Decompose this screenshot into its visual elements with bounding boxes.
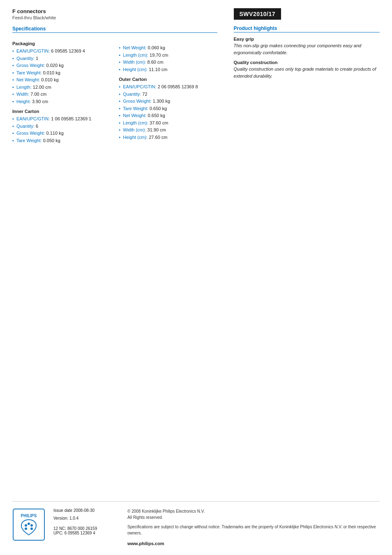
highlight-item: Easy grip This non-slip grip makes conne… [234, 37, 380, 56]
svg-point-3 [28, 523, 30, 525]
inner-carton-list: EAN/UPC/GTIN: 1 06 09585 12369 1Quantity… [12, 115, 111, 144]
list-item: Net Weight: 0.010 kg [12, 76, 111, 83]
footer: PHILIPS Issue date 2008-08-30 Version: 1… [12, 501, 380, 547]
list-item: Height (cm): 11.10 cm [119, 66, 217, 73]
copyright: © 2008 Koninklijke Philips Electronics N… [127, 509, 205, 514]
list-item: Quantity: 6 [12, 123, 111, 130]
highlight-title: Quality construction [234, 60, 380, 65]
highlight-text: Quality construction uses only top grade… [234, 66, 380, 79]
svg-text:PHILIPS: PHILIPS [21, 514, 37, 518]
list-item: Width (cm): 8.60 cm [119, 59, 217, 66]
list-item: EAN/UPC/GTIN: 1 06 09585 12369 1 [12, 115, 111, 122]
list-item: Tare Weight: 0.650 kg [119, 105, 217, 112]
svg-point-6 [30, 527, 33, 530]
svg-point-5 [25, 527, 27, 530]
list-item: Gross Weight: 0.020 kg [12, 62, 111, 69]
website: www.philips.com [127, 540, 380, 547]
list-item: Quantity: 72 [119, 91, 217, 98]
list-item: Length (cm): 19.70 cm [119, 52, 217, 59]
highlight-item: Quality construction Quality constructio… [234, 60, 380, 79]
list-item: Net Weight: 0.650 kg [119, 112, 217, 119]
rights: All Rights reserved. [127, 515, 163, 520]
philips-logo: PHILIPS [12, 508, 45, 542]
highlight-text: This non-slip grip makes connecting your… [234, 42, 380, 56]
version: Version: 1.0.4 [53, 516, 119, 520]
upc-code: UPC: 6 09585 12369 4 [53, 531, 119, 535]
specifications-heading: Specifications [12, 26, 217, 33]
list-item: Length (cm): 37.60 cm [119, 120, 217, 127]
packaging-list: EAN/UPC/GTIN: 6 09585 12369 4Quantity: 1… [12, 48, 111, 105]
outer-carton-heading: Outer Carton [119, 77, 217, 82]
list-item: Quantity: 1 [12, 55, 111, 62]
list-item: Width (cm): 31.90 cm [119, 127, 217, 134]
list-item: EAN/UPC/GTIN: 6 09585 12369 4 [12, 48, 111, 55]
list-item: Width: 7.00 cm [12, 91, 111, 98]
list-item: Height (cm): 27.60 cm [119, 134, 217, 141]
list-item: EAN/UPC/GTIN: 2 06 09585 12369 8 [119, 83, 217, 90]
disclaimer: Specifications are subject to change wit… [127, 525, 376, 535]
list-item: Tare Weight: 0.010 kg [12, 69, 111, 76]
issue-date: Issue date 2008-08-30 [53, 508, 119, 513]
product-id-box: SWV2010/17 [234, 8, 281, 20]
packaging-col2-list: Net Weight: 0.060 kgLength (cm): 19.70 c… [119, 44, 217, 73]
packaging-heading: Packaging [12, 41, 111, 46]
list-item: Net Weight: 0.060 kg [119, 44, 217, 51]
svg-point-4 [30, 524, 33, 527]
svg-point-2 [25, 524, 27, 527]
inner-carton-heading: Inner Carton [12, 109, 111, 114]
list-item: Gross Weight: 1.300 kg [119, 98, 217, 105]
product-subtitle: Feed-thru Black/white [12, 15, 217, 20]
list-item: Gross Weight: 0.110 kg [12, 130, 111, 137]
outer-carton-list: EAN/UPC/GTIN: 2 06 09585 12369 8Quantity… [119, 83, 217, 140]
highlight-title: Easy grip [234, 37, 380, 41]
nc-code: 12 NC: 8670 000 26159 [53, 526, 119, 531]
list-item: Height: 3.90 cm [12, 98, 111, 105]
highlights-list: Easy grip This non-slip grip makes conne… [234, 37, 380, 79]
product-title: F connectors [12, 8, 217, 14]
highlights-heading: Product highlights [234, 25, 380, 32]
list-item: Tare Weight: 0.050 kg [12, 137, 111, 144]
list-item: Length: 12.00 cm [12, 84, 111, 91]
